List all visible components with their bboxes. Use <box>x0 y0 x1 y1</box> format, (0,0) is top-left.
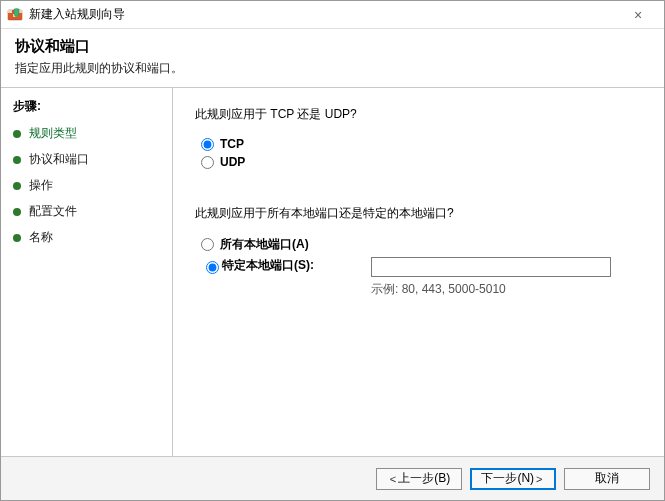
bullet-icon <box>13 130 21 138</box>
tcp-radio[interactable] <box>201 138 214 151</box>
step-label: 协议和端口 <box>29 151 89 168</box>
chevron-left-icon: < <box>388 473 398 485</box>
step-protocol-port[interactable]: 协议和端口 <box>13 151 166 168</box>
bullet-icon <box>13 182 21 190</box>
specific-ports-label: 特定本地端口(S): <box>222 257 314 274</box>
udp-radio[interactable] <box>201 156 214 169</box>
bullet-icon <box>13 234 21 242</box>
step-name[interactable]: 名称 <box>13 229 166 246</box>
page-subtitle: 指定应用此规则的协议和端口。 <box>15 60 650 77</box>
bullet-icon <box>13 156 21 164</box>
content-pane: 此规则应用于 TCP 还是 UDP? TCP UDP 此规则应用于所有本地端口还… <box>173 88 664 456</box>
udp-label: UDP <box>220 155 245 169</box>
ports-example: 示例: 80, 443, 5000-5010 <box>371 281 611 298</box>
step-action[interactable]: 操作 <box>13 177 166 194</box>
cancel-label: 取消 <box>595 470 619 487</box>
svg-rect-4 <box>8 14 13 17</box>
step-label: 配置文件 <box>29 203 77 220</box>
cancel-button[interactable]: 取消 <box>564 468 650 490</box>
close-button[interactable]: × <box>618 7 658 23</box>
steps-title: 步骤: <box>13 98 166 115</box>
window-title: 新建入站规则向导 <box>29 6 125 23</box>
firewall-shield-icon <box>7 7 23 23</box>
all-ports-radio[interactable] <box>201 238 214 251</box>
body: 步骤: 规则类型 协议和端口 操作 配置文件 名称 <box>1 88 664 456</box>
step-profile[interactable]: 配置文件 <box>13 203 166 220</box>
port-question: 此规则应用于所有本地端口还是特定的本地端口? <box>195 205 646 222</box>
page-title: 协议和端口 <box>15 37 650 56</box>
back-button[interactable]: < 上一步(B) <box>376 468 462 490</box>
tcp-label: TCP <box>220 137 244 151</box>
step-label: 规则类型 <box>29 125 77 142</box>
next-button[interactable]: 下一步(N) > <box>470 468 556 490</box>
next-label: 下一步(N) <box>481 470 534 487</box>
all-ports-option[interactable]: 所有本地端口(A) <box>201 236 646 253</box>
step-label: 操作 <box>29 177 53 194</box>
udp-option[interactable]: UDP <box>201 155 646 169</box>
back-label: 上一步(B) <box>398 470 450 487</box>
wizard-window: 新建入站规则向导 × 协议和端口 指定应用此规则的协议和端口。 步骤: 规则类型… <box>0 0 665 501</box>
tcp-option[interactable]: TCP <box>201 137 646 151</box>
footer: < 上一步(B) 下一步(N) > 取消 <box>1 456 664 500</box>
specific-ports-option[interactable]: 特定本地端口(S): <box>201 257 371 274</box>
steps-pane: 步骤: 规则类型 协议和端口 操作 配置文件 名称 <box>1 88 173 456</box>
title-bar: 新建入站规则向导 × <box>1 1 664 29</box>
protocol-question: 此规则应用于 TCP 还是 UDP? <box>195 106 646 123</box>
step-rule-type[interactable]: 规则类型 <box>13 125 166 142</box>
svg-rect-1 <box>8 10 12 13</box>
specific-ports-radio[interactable] <box>206 261 219 274</box>
chevron-right-icon: > <box>534 473 544 485</box>
step-label: 名称 <box>29 229 53 246</box>
header: 协议和端口 指定应用此规则的协议和端口。 <box>1 29 664 83</box>
ports-input[interactable] <box>371 257 611 277</box>
bullet-icon <box>13 208 21 216</box>
all-ports-label: 所有本地端口(A) <box>220 236 309 253</box>
